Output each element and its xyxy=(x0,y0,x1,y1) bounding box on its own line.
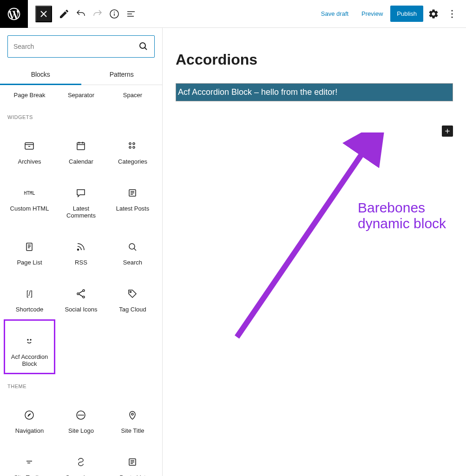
svg-point-7 xyxy=(452,13,453,14)
svg-point-18 xyxy=(129,146,131,148)
info-button[interactable] xyxy=(106,6,123,22)
svg-line-34 xyxy=(79,291,83,293)
svg-point-42 xyxy=(131,413,133,415)
svg-point-8 xyxy=(452,16,453,18)
preview-button[interactable]: Preview xyxy=(356,7,388,21)
annotation-arrow xyxy=(228,132,386,342)
svg-line-10 xyxy=(145,47,147,50)
tag-icon xyxy=(110,284,156,303)
page-title[interactable]: Accordions xyxy=(176,51,453,68)
svg-rect-24 xyxy=(26,243,32,251)
svg-point-36 xyxy=(130,291,131,293)
svg-point-17 xyxy=(133,143,135,145)
block-custom-html[interactable]: HTML Custom HTML xyxy=(4,172,55,225)
svg-point-33 xyxy=(83,296,85,298)
search-input[interactable] xyxy=(13,43,138,50)
svg-point-16 xyxy=(129,143,131,145)
svg-rect-12 xyxy=(77,143,85,150)
annotation-text: Barebones dynamic block xyxy=(358,200,466,231)
block-list-scroll[interactable]: Page Break Separator Spacer WIDGETS Arch… xyxy=(0,85,162,476)
block-inserter-panel: Blocks Patterns Page Break Separator Spa… xyxy=(0,28,163,476)
block-acf-accordion[interactable]: Acf Accordion Block xyxy=(4,319,55,374)
pin-icon xyxy=(110,406,156,424)
block-rss[interactable]: RSS xyxy=(55,225,107,272)
html-icon: HTML xyxy=(7,184,53,202)
svg-line-52 xyxy=(237,146,367,337)
svg-point-28 xyxy=(78,249,79,251)
site-logo-icon xyxy=(58,406,104,424)
shortcode-icon: [/] xyxy=(7,284,53,303)
block-page-break[interactable]: Page Break xyxy=(4,85,55,105)
svg-point-6 xyxy=(452,10,453,11)
svg-line-30 xyxy=(134,249,137,251)
posts-icon xyxy=(110,184,156,202)
block-navigation[interactable]: Navigation xyxy=(4,394,55,441)
section-widgets-label: WIDGETS xyxy=(0,105,162,125)
wordpress-logo[interactable] xyxy=(0,0,28,28)
archive-icon xyxy=(7,137,53,155)
block-tag-cloud[interactable]: Tag Cloud xyxy=(107,272,158,319)
block-posts-list[interactable]: Posts List xyxy=(107,441,158,476)
block-latest-comments[interactable]: Latest Comments xyxy=(55,172,107,225)
loop-icon xyxy=(58,453,104,471)
tab-blocks[interactable]: Blocks xyxy=(0,65,81,85)
page-list-icon xyxy=(7,238,53,256)
smiley-icon xyxy=(7,332,52,350)
toolbar-left-group xyxy=(0,0,139,27)
svg-point-9 xyxy=(140,43,145,48)
svg-point-38 xyxy=(30,339,31,340)
edit-tool-button[interactable] xyxy=(56,6,72,22)
tagline-icon xyxy=(7,453,53,471)
tab-patterns[interactable]: Patterns xyxy=(81,65,163,85)
search-block-icon xyxy=(110,238,156,256)
settings-button[interactable] xyxy=(425,6,442,22)
list-icon xyxy=(110,453,156,471)
block-latest-posts[interactable]: Latest Posts xyxy=(107,172,158,225)
redo-button[interactable] xyxy=(89,6,106,22)
block-shortcode[interactable]: [/] Shortcode xyxy=(4,272,55,319)
block-spacer[interactable]: Spacer xyxy=(107,85,158,105)
svg-rect-11 xyxy=(25,143,33,149)
publish-button[interactable]: Publish xyxy=(390,6,423,22)
svg-point-32 xyxy=(77,293,79,295)
search-box[interactable] xyxy=(7,35,155,58)
close-inserter-button[interactable] xyxy=(35,6,52,22)
add-block-button[interactable] xyxy=(442,126,453,137)
block-search[interactable]: Search xyxy=(107,225,158,272)
block-archives[interactable]: Archives xyxy=(4,125,55,172)
toolbar-right-group: Save draft Preview Publish xyxy=(315,6,466,22)
svg-point-31 xyxy=(83,290,85,291)
block-categories[interactable]: Categories xyxy=(107,125,158,172)
undo-button[interactable] xyxy=(72,6,89,22)
share-icon xyxy=(58,284,104,303)
compass-icon xyxy=(7,406,53,424)
block-social-icons[interactable]: Social Icons xyxy=(55,272,107,319)
search-icon xyxy=(138,40,149,53)
top-toolbar: Save draft Preview Publish xyxy=(0,0,466,28)
options-button[interactable] xyxy=(444,6,460,22)
block-site-tagline[interactable]: Site Tagline xyxy=(4,441,55,476)
calendar-icon xyxy=(58,137,104,155)
acf-accordion-block-instance[interactable]: Acf Accordion Block – hello from the edi… xyxy=(176,83,453,101)
save-draft-button[interactable]: Save draft xyxy=(315,7,354,21)
block-query-loop[interactable]: Query Loop xyxy=(55,441,107,476)
section-theme-label: THEME xyxy=(0,374,162,394)
comment-icon xyxy=(58,184,104,202)
block-page-list[interactable]: Page List xyxy=(4,225,55,272)
block-calendar[interactable]: Calendar xyxy=(55,125,107,172)
svg-point-19 xyxy=(133,146,135,148)
rss-icon xyxy=(58,238,104,256)
outline-button[interactable] xyxy=(123,6,139,22)
inserter-tabs: Blocks Patterns xyxy=(0,65,162,85)
svg-point-29 xyxy=(129,244,135,249)
categories-icon xyxy=(110,137,156,155)
editor-canvas[interactable]: Accordions Acf Accordion Block – hello f… xyxy=(163,28,466,476)
svg-line-35 xyxy=(79,294,83,297)
block-site-logo[interactable]: Site Logo xyxy=(55,394,107,441)
svg-point-37 xyxy=(27,339,28,340)
block-separator[interactable]: Separator xyxy=(55,85,107,105)
block-site-title[interactable]: Site Title xyxy=(107,394,158,441)
